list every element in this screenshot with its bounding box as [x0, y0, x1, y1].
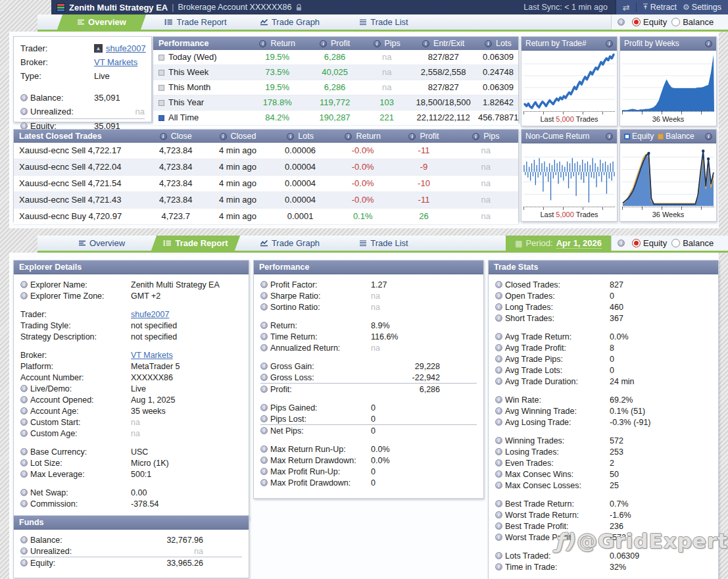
column-header-profit[interactable]: iProfit — [394, 130, 454, 143]
tab-overview[interactable]: Overview — [55, 14, 149, 30]
stat-label-text: Lots Traded: — [505, 551, 551, 561]
cell-value: 0.00004 — [269, 192, 331, 208]
column-header-close[interactable]: iClose — [145, 130, 206, 143]
cell-value: na — [454, 192, 518, 208]
column-header-return[interactable]: iReturn — [331, 130, 394, 143]
column-header-entr-exit[interactable]: iEntr/Exit — [408, 37, 477, 50]
settings-button[interactable]: ⚙ Settings — [683, 3, 721, 12]
column-header-return[interactable]: iReturn — [250, 37, 304, 50]
tab-trade-list[interactable]: Trade List — [337, 236, 431, 251]
info-icon: i — [495, 281, 502, 288]
row-label-text: Xauusd-ecnc Sell 4,721.54 — [19, 176, 121, 191]
stat-row: iAvg Trade Lots:0 — [495, 365, 712, 376]
link-value[interactable]: VT Markets — [94, 57, 137, 67]
stat-label-text: Max Profit Run-Up: — [270, 467, 340, 476]
period-control[interactable]: ▦ Period: Apr 1, 2026 — [506, 236, 611, 251]
column-header-lots[interactable]: iLots — [269, 130, 331, 143]
equity-radio-option[interactable]: Equity — [632, 17, 667, 27]
info-icon: i — [260, 344, 268, 351]
stat-value-text: XXXXXX86 — [131, 373, 173, 382]
tab-label: Trade List — [370, 17, 408, 27]
tab-trade-graph[interactable]: Trade Graph — [243, 14, 337, 30]
stat-label: iEven Trades: — [495, 459, 610, 468]
stat-value-text: -3,427.00 — [168, 577, 203, 579]
info-icon: i — [495, 552, 502, 559]
stat-label: iMax Consec Wins: — [495, 470, 610, 479]
cell-value: 4 min ago — [206, 192, 269, 208]
stat-row: iTime in Trade:32% — [495, 561, 712, 572]
stat-row: iBest Trade Profit:236 — [495, 520, 712, 532]
retract-button[interactable]: Retract — [643, 3, 677, 12]
stat-value: -3,427.00 — [98, 577, 203, 579]
stat-row: Type:Live — [20, 69, 145, 83]
tab-trade-report[interactable]: Trade Report — [149, 14, 243, 30]
stat-label-text: Avg Trade Return: — [505, 332, 571, 341]
stat-label-text: Open Trades: — [505, 291, 555, 301]
stat-value-text: 460 — [610, 303, 623, 312]
stat-row: iAvg Winning Trade:0.1% (51) — [495, 405, 712, 416]
stat-value-text: -22,942 — [412, 373, 440, 382]
stat-value: 8.9% — [371, 321, 390, 330]
period-value[interactable]: Apr 1, 2026 — [556, 238, 602, 249]
info-icon: i — [259, 40, 266, 47]
caption-text: Last — [540, 211, 556, 218]
tab-list: OverviewTrade ReportTrade GraphTrade Lis… — [37, 14, 431, 30]
list-icon — [359, 239, 367, 247]
cell-value: 4 min ago — [206, 176, 269, 191]
table-row: This Month19.5%6,286na827/8270.06309 — [153, 80, 518, 95]
column-header-closed[interactable]: iClosed — [206, 130, 269, 143]
chart-equity-balance: EquityBalancei36 Weeks — [619, 129, 717, 222]
period-marker-icon — [158, 55, 164, 61]
link-value[interactable]: VT Markets — [131, 351, 173, 360]
stat-group: iBest Trade Return:0.7%iWorst Trade Retu… — [495, 498, 712, 543]
tab-trade-report[interactable]: Trade Report — [149, 236, 243, 251]
chart-profit-by-weeks: Profit by Weeksi36 Weeks — [619, 36, 717, 126]
equity-radio-option[interactable]: Equity — [632, 238, 667, 248]
stat-label: iAvg Trade Duration: — [495, 377, 610, 386]
cell-value: na — [454, 209, 518, 224]
stat-row: iTime Return:116.6% — [260, 331, 477, 342]
info-icon: i — [260, 479, 268, 486]
stat-label: Platform: — [20, 362, 131, 371]
table-row: Xauusd-ecnc Buy 4,720.974,723.74 min ago… — [14, 209, 518, 225]
link-value[interactable]: ▲shufe2007 — [94, 43, 146, 53]
tab-trade-list[interactable]: Trade List — [337, 14, 431, 30]
sync-icon[interactable]: ⇄ — [623, 3, 630, 13]
column-header-lots[interactable]: iLots — [478, 37, 518, 50]
column-header-pips[interactable]: iPips — [454, 130, 518, 143]
stat-value: 460 — [610, 303, 623, 312]
cell-value: 827/827 — [408, 50, 477, 64]
stat-label: iExplorer Time Zone: — [20, 291, 131, 301]
column-header-profit[interactable]: iProfit — [304, 37, 365, 50]
column-header-label: Pips — [483, 130, 499, 143]
stat-label-text: Profit: — [270, 385, 292, 394]
info-icon: i — [20, 489, 28, 496]
stat-value-text: 0 — [371, 403, 376, 413]
stat-label: iAccount Age: — [20, 407, 131, 416]
toolbar-divider — [636, 3, 637, 12]
tab-trade-graph[interactable]: Trade Graph — [243, 236, 337, 251]
caption-highlight: 5,000 — [556, 211, 574, 218]
stat-row: iLot Size:Micro (1K) — [20, 457, 242, 468]
stat-value-text: shufe2007 — [131, 310, 169, 319]
stat-value: 0.00 — [131, 488, 147, 497]
tab-overview[interactable]: Overview — [55, 236, 149, 251]
stat-label: iAvg Trade Return: — [495, 332, 610, 341]
stat-label-text: Worst Trade Profit: — [505, 533, 573, 542]
column-header-pips[interactable]: iPips — [365, 37, 409, 50]
info-icon: i — [220, 133, 227, 140]
stat-label: iCustom Start: — [20, 418, 131, 427]
stat-value-text: 367 — [610, 314, 623, 323]
stat-label-text: Avg Trade Duration: — [505, 377, 578, 386]
balance-radio-option[interactable]: Balance — [671, 17, 714, 27]
stat-value-text: 0 — [371, 426, 376, 436]
link-value[interactable]: shufe2007 — [131, 310, 169, 319]
balance-radio-option[interactable]: Balance — [671, 238, 714, 248]
info-icon: i — [20, 547, 28, 555]
table-header-row: Latest Closed TradesiCloseiClosediLotsiR… — [14, 130, 518, 143]
stat-value-text: 8.9% — [371, 321, 390, 330]
stat-label-text: Balance: — [30, 536, 62, 545]
stat-label-text: Type: — [20, 71, 41, 81]
table-row: Xauusd-ecnc Sell 4,721.544,723.844 min a… — [14, 176, 518, 192]
account-label: Brokerage Account XXXXXX86 — [178, 3, 291, 12]
